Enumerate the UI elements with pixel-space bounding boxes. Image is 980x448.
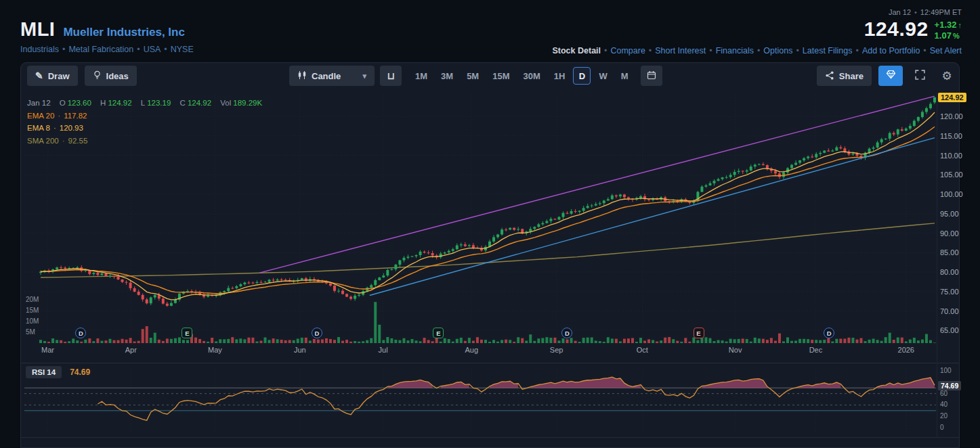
indicator-sma200[interactable]: SMA 200·92.55	[27, 135, 269, 148]
ideas-button[interactable]: Ideas	[85, 66, 137, 86]
header-left: MLI Mueller Industries, Inc Industrials•…	[20, 18, 194, 54]
earnings-marker[interactable]: E	[182, 328, 192, 338]
breadcrumb-country[interactable]: USA	[144, 45, 161, 54]
candle-chart-icon	[297, 70, 307, 81]
timeframe-5m[interactable]: 5M	[461, 67, 484, 85]
bullet-separator: •	[914, 8, 917, 16]
close-label: C	[180, 99, 186, 107]
earnings-marker[interactable]: E	[694, 328, 704, 338]
breadcrumb-industry[interactable]: Industrials	[20, 45, 59, 54]
fullscreen-button[interactable]	[910, 66, 930, 86]
up-arrow-icon: ↑	[958, 20, 962, 30]
bullet-separator: •	[709, 46, 712, 55]
price-change-block: +1.32↑ 1.07%	[935, 20, 962, 41]
ideas-button-label: Ideas	[106, 71, 129, 81]
settings-button[interactable]: ⚙	[937, 66, 957, 86]
dot-separator: ·	[54, 124, 56, 132]
indicator-value: 117.82	[64, 112, 87, 120]
timeframe-30m[interactable]: 30M	[517, 67, 545, 85]
dot-separator: ·	[62, 137, 65, 145]
draw-button-label: Draw	[48, 71, 70, 81]
nav-financials[interactable]: Financials	[716, 46, 754, 55]
breadcrumb-exchange[interactable]: NYSE	[171, 45, 194, 54]
dot-separator: ·	[58, 112, 60, 120]
fullscreen-icon	[915, 70, 925, 83]
breadcrumb: Industrials•Metal Fabrication•USA•NYSE	[20, 45, 194, 54]
premium-button[interactable]	[878, 66, 903, 86]
timeframe-w[interactable]: W	[593, 67, 612, 85]
date-range-button[interactable]	[641, 66, 662, 86]
price-row: 124.92 +1.32↑ 1.07%	[552, 18, 962, 41]
chevron-down-icon: ▾	[362, 72, 366, 81]
timeframe-1m[interactable]: 1M	[410, 67, 433, 85]
draw-button[interactable]: ✎ Draw	[27, 66, 78, 86]
high-label: H	[100, 99, 106, 107]
timeframe-15m[interactable]: 15M	[487, 67, 515, 85]
nav-add-to-portfolio[interactable]: Add to Portfolio	[862, 46, 920, 55]
low-value: 123.19	[147, 99, 171, 107]
bullet-separator: •	[604, 46, 607, 55]
low-label: L	[141, 99, 145, 107]
bullet-separator: •	[856, 46, 859, 55]
last-price: 124.92	[864, 18, 929, 40]
timeframe-m[interactable]: M	[616, 67, 634, 85]
open-value: 123.60	[68, 99, 91, 107]
nav-stock-detail[interactable]: Stock Detail	[552, 46, 601, 55]
share-button[interactable]: Share	[817, 66, 872, 86]
timeframe-3m[interactable]: 3M	[435, 67, 459, 85]
bullet-separator: •	[164, 45, 167, 54]
indicator-value: 120.93	[60, 124, 83, 132]
bullet-separator: •	[62, 45, 65, 54]
timestamp-time: 12:49PM ET	[920, 8, 962, 16]
toolbar-center: Candle ▾ ⊔ 1M 3M 5M 15M 30M 1H D W M	[289, 66, 662, 86]
indicator-name: SMA 200	[27, 137, 59, 145]
earnings-marker[interactable]: E	[433, 328, 444, 338]
chart-type-label: Candle	[312, 71, 341, 81]
rsi-header: RSI 14 74.69	[26, 366, 90, 378]
chart-style-button[interactable]: ⊔	[380, 66, 402, 86]
chart-legend: Jan 12 O123.60 H124.92 L123.19 C124.92 V…	[27, 97, 269, 147]
rsi-canvas[interactable]	[21, 365, 937, 436]
nav-short-interest[interactable]: Short Interest	[655, 46, 706, 55]
percent-sign: %	[953, 31, 960, 41]
chart-type-dropdown[interactable]: Candle ▾	[289, 66, 375, 86]
share-button-label: Share	[839, 71, 864, 81]
price-change: +1.32	[935, 20, 957, 30]
volume-value: 189.29K	[233, 99, 262, 107]
chart-style-icon: ⊔	[387, 71, 395, 81]
timeframe-1h[interactable]: 1H	[549, 67, 571, 85]
nav-set-alert[interactable]: Set Alert	[930, 46, 962, 55]
legend-date: Jan 12	[27, 99, 51, 107]
indicator-ema8[interactable]: EMA 8·120.93	[27, 122, 269, 135]
open-label: O	[60, 99, 66, 107]
breadcrumb-subindustry[interactable]: Metal Fabrication	[68, 45, 133, 54]
nav-latest-filings[interactable]: Latest Filings	[803, 46, 853, 55]
header-nav: Stock Detail•Compare•Short Interest•Fina…	[552, 46, 962, 55]
dividend-marker[interactable]: D	[312, 328, 322, 338]
timestamp-date: Jan 12	[889, 8, 911, 16]
indicator-name: EMA 8	[27, 124, 50, 132]
price-change-pct: 1.07	[935, 30, 952, 41]
gem-icon	[886, 70, 896, 82]
toolbar-left: ✎ Draw Ideas	[27, 66, 137, 86]
bullet-separator: •	[757, 46, 760, 55]
ohlc-row: Jan 12 O123.60 H124.92 L123.19 C124.92 V…	[27, 97, 269, 110]
rsi-label[interactable]: RSI 14	[26, 366, 62, 378]
company-name: Mueller Industries, Inc	[63, 26, 185, 39]
rsi-value: 74.69	[70, 367, 90, 377]
gear-icon: ⚙	[941, 69, 952, 83]
bullet-separator: •	[137, 45, 140, 54]
nav-options[interactable]: Options	[763, 46, 792, 55]
timeframe-d[interactable]: D	[573, 67, 591, 85]
indicator-ema20[interactable]: EMA 20·117.82	[27, 110, 269, 122]
header-right: Jan 12•12:49PM ET 124.92 +1.32↑ 1.07% St…	[552, 8, 962, 55]
bullet-separator: •	[923, 46, 926, 55]
indicator-value: 92.55	[68, 137, 88, 145]
pencil-icon: ✎	[35, 71, 43, 81]
toolbar-right: Share ⚙	[817, 66, 957, 86]
lightbulb-icon	[93, 70, 102, 81]
bullet-separator: •	[796, 46, 798, 55]
timestamp: Jan 12•12:49PM ET	[552, 8, 962, 16]
nav-compare[interactable]: Compare	[610, 46, 645, 55]
bullet-separator: •	[649, 46, 652, 55]
